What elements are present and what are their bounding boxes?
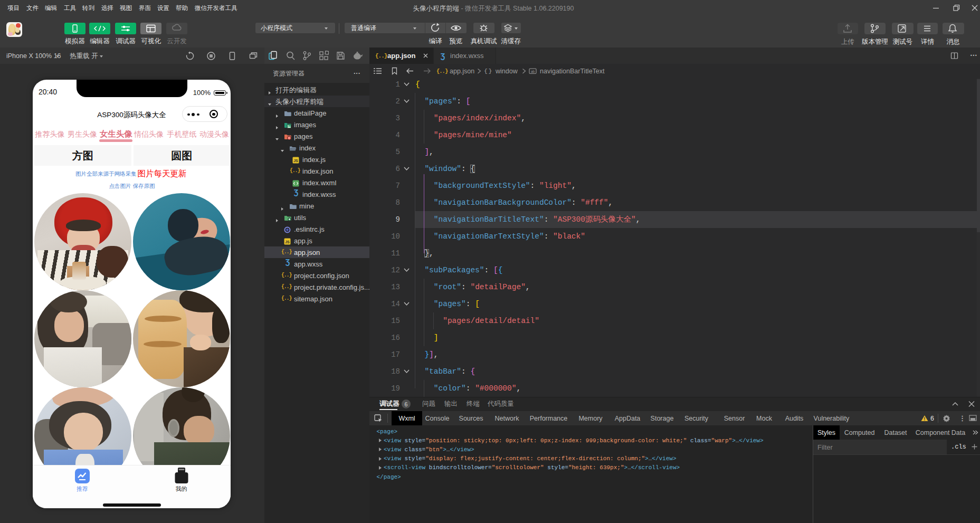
svg-text:JS: JS (285, 240, 290, 243)
svg-text:ab: ab (531, 70, 535, 73)
svg-text:JS: JS (293, 158, 298, 162)
